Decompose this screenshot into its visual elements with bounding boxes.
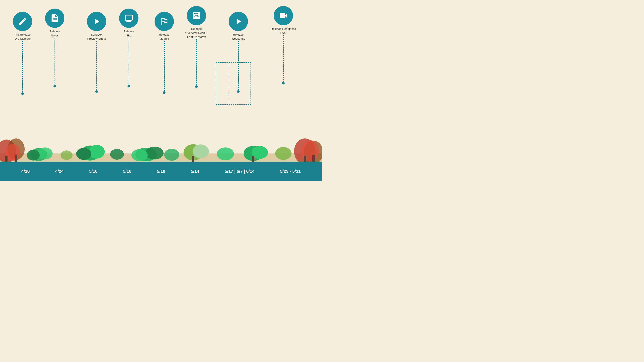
release-overview-icon	[187, 6, 206, 25]
svg-rect-21	[304, 156, 306, 162]
release-weekends-label: Release Weekends	[232, 33, 245, 41]
release-overview-label: Release Overview Deck & Feature Matrix	[185, 27, 208, 39]
release-weekends-extra-line1	[228, 62, 229, 105]
bottom-date-bar: 4/18 4/24 5/10 5/10 5/10 5/14 5/17 | 6/7…	[0, 162, 322, 181]
nature-decoration	[0, 128, 322, 162]
svg-rect-22	[312, 155, 315, 162]
svg-point-7	[38, 148, 52, 160]
release-readiness-icon	[274, 6, 293, 25]
release-weekends-icon	[228, 12, 248, 31]
svg-point-3	[5, 144, 20, 161]
svg-point-11	[76, 148, 91, 160]
date-weekends: 5/17 | 6/7 | 6/14	[225, 169, 254, 174]
pre-release-label: Pre-Release Org Sign-Up	[14, 33, 30, 41]
release-module-icon	[154, 12, 174, 31]
item-release-readiness: Release Readiness Live!	[268, 6, 298, 84]
release-site-label: Release Site	[124, 29, 134, 38]
release-readiness-dashed-line	[283, 35, 284, 82]
release-overview-dashed-line	[196, 39, 197, 85]
svg-rect-17	[192, 156, 194, 162]
release-module-dashed-line	[164, 41, 165, 91]
date-readiness: 5/29 - 5/31	[280, 169, 301, 174]
release-site-dot	[128, 85, 130, 87]
date-510b: 5/10	[123, 169, 132, 174]
release-site-icon	[119, 8, 138, 28]
item-release-module: Release Module	[151, 12, 177, 94]
svg-point-30	[275, 147, 292, 160]
date-510a: 5/10	[89, 169, 98, 174]
pre-release-dot	[21, 92, 24, 95]
pre-release-dashed-line	[22, 41, 23, 92]
sandbox-preview-dashed-line	[96, 41, 97, 90]
date-514: 5/14	[191, 169, 199, 174]
release-notes-dashed-line	[54, 38, 55, 85]
svg-point-16	[192, 145, 209, 158]
svg-point-28	[164, 149, 179, 161]
release-overview-dot	[195, 85, 198, 88]
release-weekends-dashed-rect	[216, 62, 251, 105]
svg-rect-25	[252, 156, 254, 162]
release-notes-icon	[45, 8, 64, 28]
svg-point-29	[217, 148, 234, 160]
item-sandbox-preview: Sandbox Preview Starts	[83, 12, 110, 93]
release-module-label: Release Module	[159, 33, 170, 41]
release-module-dot	[163, 91, 166, 94]
release-site-dashed-line	[128, 38, 129, 85]
timeline-container: Pre-Release Org Sign-Up Release Notes	[0, 0, 322, 181]
svg-point-10	[88, 145, 105, 159]
date-424: 4/24	[55, 169, 64, 174]
svg-point-13	[146, 147, 164, 160]
svg-point-26	[60, 151, 72, 160]
sandbox-preview-dot	[95, 90, 98, 93]
pre-release-icon	[13, 12, 32, 31]
svg-rect-5	[15, 155, 17, 162]
sandbox-preview-icon	[87, 12, 106, 31]
release-notes-label: Release Notes	[49, 29, 60, 38]
svg-point-8	[27, 150, 40, 161]
item-pre-release: Pre-Release Org Sign-Up	[11, 12, 34, 95]
release-notes-dot	[54, 85, 56, 87]
date-418: 4/18	[21, 169, 30, 174]
release-readiness-dot	[282, 82, 285, 84]
release-readiness-label: Release Readiness Live!	[271, 27, 296, 35]
item-release-overview: Release Overview Deck & Feature Matrix	[182, 6, 212, 88]
item-release-site: Release Site	[116, 8, 142, 87]
date-510c: 5/10	[157, 169, 165, 174]
sandbox-preview-label: Sandbox Preview Starts	[87, 33, 106, 41]
svg-rect-4	[5, 156, 8, 162]
svg-point-14	[132, 149, 148, 161]
svg-point-27	[110, 149, 124, 160]
item-release-notes: Release Notes	[42, 8, 68, 87]
